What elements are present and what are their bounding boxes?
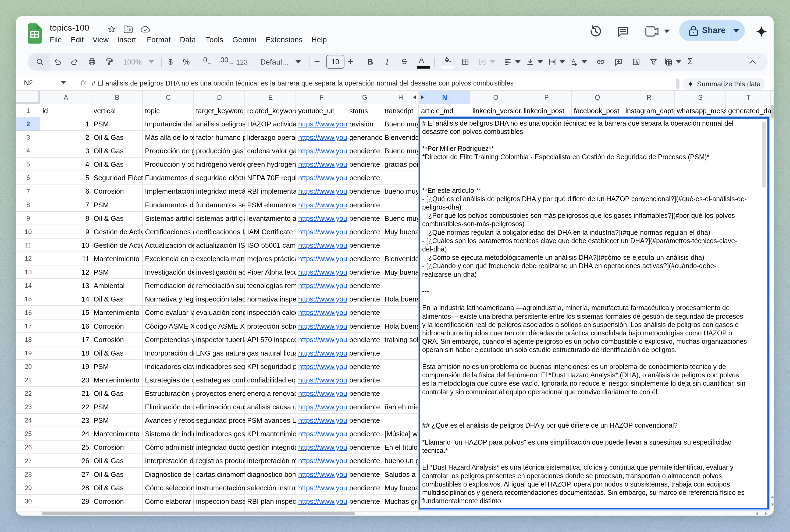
svg-text:A: A [572,58,575,64]
